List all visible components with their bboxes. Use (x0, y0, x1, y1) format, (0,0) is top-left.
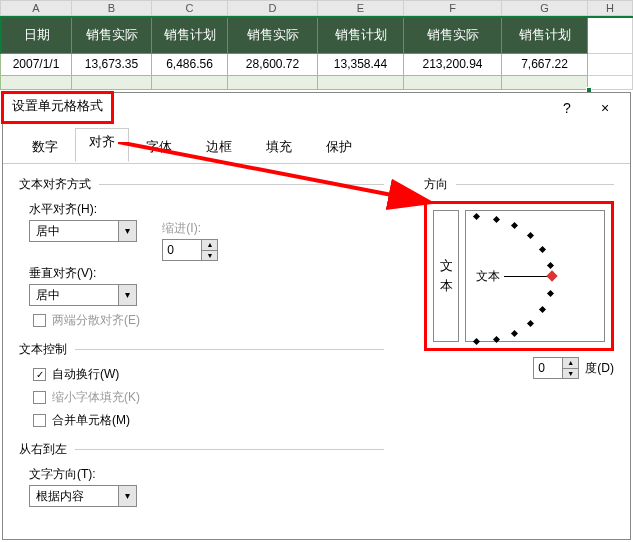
cell[interactable]: 销售计划 (152, 18, 228, 54)
tab-number[interactable]: 数字 (15, 130, 75, 164)
cell[interactable]: 销售实际 (404, 18, 502, 54)
section-label: 从右到左 (19, 441, 67, 458)
section-label: 文本对齐方式 (19, 176, 91, 193)
cell[interactable] (502, 76, 588, 90)
section-text-control: 文本控制 (19, 341, 384, 358)
dropdown-icon[interactable]: ▾ (118, 486, 136, 506)
spinner-down-icon[interactable]: ▼ (563, 369, 578, 379)
cell[interactable]: 28,600.72 (228, 54, 318, 76)
cell[interactable] (588, 18, 633, 54)
h-align-combo[interactable]: ▾ (29, 220, 137, 242)
orient-vert-char: 文 (440, 257, 453, 275)
dialog-title-bar: 设置单元格格式 ? × (3, 93, 630, 123)
spinner-up-icon[interactable]: ▲ (563, 358, 578, 369)
dial-needle (504, 276, 550, 277)
v-align-input[interactable] (30, 285, 118, 305)
tab-protection[interactable]: 保护 (309, 130, 369, 164)
shrink-fit-checkbox (33, 391, 46, 404)
cell[interactable] (318, 76, 404, 90)
degree-input[interactable] (534, 358, 562, 378)
spinner-down-icon[interactable]: ▼ (202, 251, 217, 261)
header-row: 日期 销售实际 销售计划 销售实际 销售计划 销售实际 销售计划 (0, 16, 633, 54)
data-row (0, 76, 633, 90)
help-button[interactable]: ? (548, 94, 586, 122)
cell[interactable]: 213,200.94 (404, 54, 502, 76)
indent-spinner[interactable]: ▲ ▼ (162, 239, 218, 261)
cell[interactable] (588, 76, 633, 90)
h-align-input[interactable] (30, 221, 118, 241)
degree-label: 度(D) (585, 360, 614, 377)
col-header-d[interactable]: D (228, 0, 318, 16)
cell[interactable]: 销售计划 (318, 18, 404, 54)
cell[interactable] (588, 54, 633, 76)
cell[interactable]: 7,667.22 (502, 54, 588, 76)
wrap-text-checkbox[interactable]: ✓ (33, 368, 46, 381)
section-label: 文本控制 (19, 341, 67, 358)
col-header-e[interactable]: E (318, 0, 404, 16)
orient-vert-char: 本 (440, 277, 453, 295)
section-label: 方向 (424, 176, 448, 193)
justify-distributed-label: 两端分散对齐(E) (52, 312, 140, 329)
tab-alignment[interactable]: 对齐 (75, 128, 129, 162)
indent-input[interactable] (163, 240, 201, 260)
cell[interactable]: 13,673.35 (72, 54, 152, 76)
tab-border[interactable]: 边框 (189, 130, 249, 164)
dial-text-label: 文本 (476, 268, 500, 285)
v-align-combo[interactable]: ▾ (29, 284, 137, 306)
spreadsheet: A B C D E F G H 日期 销售实际 销售计划 销售实际 销售计划 销… (0, 0, 633, 90)
text-direction-label: 文字方向(T): (29, 466, 384, 483)
dial-pointer (546, 270, 557, 281)
orientation-control: 文 本 文本 (424, 201, 614, 351)
shrink-fit-label: 缩小字体填充(K) (52, 389, 140, 406)
cell[interactable] (72, 76, 152, 90)
cell[interactable] (228, 76, 318, 90)
col-header-h[interactable]: H (588, 0, 633, 16)
tab-font[interactable]: 字体 (129, 130, 189, 164)
orientation-dial[interactable]: 文本 (465, 210, 605, 342)
text-direction-input[interactable] (30, 486, 118, 506)
dropdown-icon[interactable]: ▾ (118, 221, 136, 241)
cell[interactable]: 销售实际 (228, 18, 318, 54)
section-text-alignment: 文本对齐方式 (19, 176, 384, 193)
col-header-b[interactable]: B (72, 0, 152, 16)
tabs: 数字 对齐 字体 边框 填充 保护 (3, 129, 630, 164)
dialog-title: 设置单元格格式 (1, 91, 114, 124)
col-header-g[interactable]: G (502, 0, 588, 16)
tab-fill[interactable]: 填充 (249, 130, 309, 164)
cell[interactable]: 2007/1/1 (0, 54, 72, 76)
spinner-up-icon[interactable]: ▲ (202, 240, 217, 251)
cell[interactable] (404, 76, 502, 90)
cell[interactable]: 13,358.44 (318, 54, 404, 76)
cell[interactable]: 6,486.56 (152, 54, 228, 76)
vertical-text-button[interactable]: 文 本 (433, 210, 459, 342)
cell[interactable]: 日期 (0, 18, 72, 54)
close-button[interactable]: × (586, 94, 624, 122)
section-rtl: 从右到左 (19, 441, 384, 458)
degree-spinner[interactable]: ▲ ▼ (533, 357, 579, 379)
cell[interactable]: 销售实际 (72, 18, 152, 54)
dropdown-icon[interactable]: ▾ (118, 285, 136, 305)
cell[interactable] (152, 76, 228, 90)
column-headers: A B C D E F G H (0, 0, 633, 16)
format-cells-dialog: 设置单元格格式 ? × 数字 对齐 字体 边框 填充 保护 文本对齐方式 水平对… (2, 92, 631, 540)
section-orientation: 方向 (424, 176, 614, 193)
justify-distributed-checkbox (33, 314, 46, 327)
v-align-label: 垂直对齐(V): (29, 265, 384, 282)
data-row: 2007/1/1 13,673.35 6,486.56 28,600.72 13… (0, 54, 633, 76)
wrap-text-label: 自动换行(W) (52, 366, 119, 383)
col-header-c[interactable]: C (152, 0, 228, 16)
text-direction-combo[interactable]: ▾ (29, 485, 137, 507)
col-header-a[interactable]: A (0, 0, 72, 16)
indent-label: 缩进(I): (162, 220, 218, 237)
merge-cells-label: 合并单元格(M) (52, 412, 130, 429)
h-align-label: 水平对齐(H): (29, 201, 384, 218)
merge-cells-checkbox[interactable] (33, 414, 46, 427)
cell[interactable]: 销售计划 (502, 18, 588, 54)
cell[interactable] (0, 76, 72, 90)
col-header-f[interactable]: F (404, 0, 502, 16)
